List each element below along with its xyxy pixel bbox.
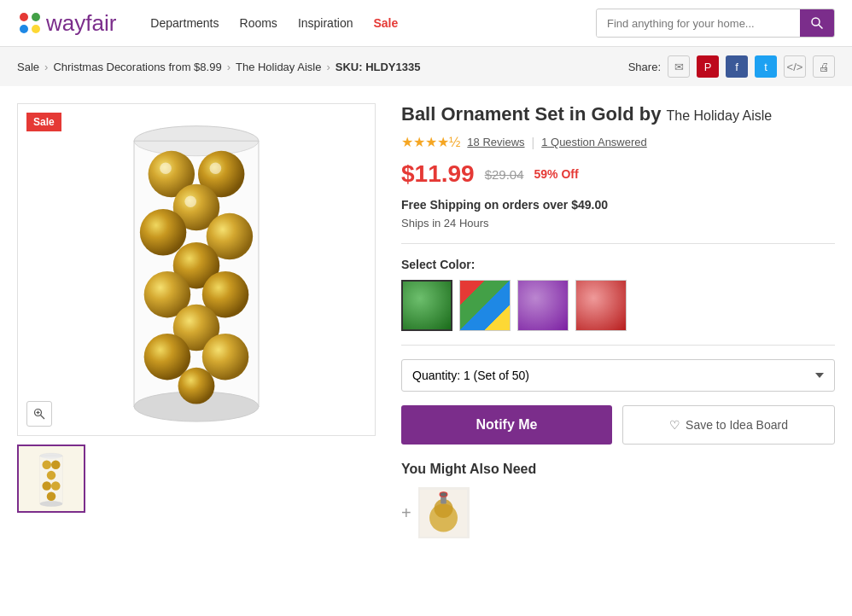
breadcrumb-sale[interactable]: Sale [17,61,39,73]
svg-point-35 [51,481,61,491]
search-bar [596,9,835,38]
breadcrumb-bar: Sale › Christmas Decorations from $8.99 … [0,47,852,86]
rating-separator: | [532,136,535,149]
svg-point-32 [51,460,61,469]
product-title: Ball Ornament Set in Gold by The Holiday… [401,103,835,125]
share-email-button[interactable]: ✉ [668,55,690,78]
review-count-link[interactable]: 18 Reviews [467,136,524,148]
logo-text: wayfair [46,10,116,37]
logo[interactable]: wayfair [17,10,116,37]
questions-link[interactable]: 1 Question Answered [541,136,647,148]
breadcrumb-christmas[interactable]: Christmas Decorations from $8.99 [53,61,221,73]
by-label: by [639,103,667,125]
quantity-select[interactable]: Quantity: 1 (Set of 50) Quantity: 2 (Set… [401,359,835,392]
also-need-items: + [401,487,835,538]
main-content: Sale [0,86,852,555]
share-twitter-button[interactable]: t [755,55,777,78]
svg-point-34 [42,481,51,491]
save-to-idea-board-button[interactable]: ♡ Save to Idea Board [622,405,835,445]
product-brand[interactable]: The Holiday Aisle [667,108,773,123]
zoom-button[interactable] [26,401,52,427]
breadcrumb: Sale › Christmas Decorations from $8.99 … [17,61,420,73]
share-label: Share: [628,61,661,73]
product-image-section: Sale [17,103,376,538]
divider-1 [401,243,835,244]
thumbnail-row [17,445,376,513]
thumbnail-1[interactable] [17,445,85,513]
color-swatches [401,280,835,331]
price-row: $11.99 $29.04 59% Off [401,160,835,188]
share-pinterest-button[interactable]: P [697,55,719,78]
sale-price: $11.99 [401,160,475,188]
notify-me-button[interactable]: Notify Me [401,405,612,445]
svg-point-3 [32,25,40,33]
color-swatch-purple[interactable] [517,280,569,331]
color-swatch-red[interactable] [575,280,627,331]
original-price: $29.04 [485,167,524,182]
main-nav: Departments Rooms Inspiration Sale [150,16,579,30]
svg-point-2 [20,25,28,33]
color-swatch-multicolor[interactable] [459,280,511,331]
product-details: Ball Ornament Set in Gold by The Holiday… [401,103,835,538]
product-title-text: Ball Ornament Set in Gold [401,103,634,125]
quantity-row: Quantity: 1 (Set of 50) Quantity: 2 (Set… [401,359,835,392]
breadcrumb-sep-3: › [326,61,330,73]
color-swatch-green[interactable] [401,280,452,331]
svg-point-31 [42,460,51,469]
share-print-button[interactable]: 🖨 [813,55,835,78]
svg-point-41 [440,491,447,497]
svg-line-5 [819,25,823,29]
svg-line-25 [41,416,45,420]
shipping-info: Free Shipping on orders over $49.00 [401,198,835,212]
svg-point-4 [812,18,820,26]
main-image-wrapper: Sale [17,103,376,436]
search-input[interactable] [597,10,800,37]
ships-info: Ships in 24 Hours [401,217,835,230]
header: wayfair Departments Rooms Inspiration Sa… [0,0,852,47]
heart-icon: ♡ [669,418,680,432]
free-shipping-label: Free Shipping on orders over $49.00 [401,198,608,212]
sale-badge: Sale [26,113,61,131]
breadcrumb-sep-1: › [44,61,48,73]
action-row: Notify Me ♡ Save to Idea Board [401,405,835,445]
discount-badge: 59% Off [534,167,579,181]
svg-point-1 [32,13,40,21]
svg-point-0 [20,13,28,21]
nav-rooms[interactable]: Rooms [240,16,277,30]
search-icon [810,16,824,30]
share-embed-button[interactable]: </> [784,55,806,78]
svg-point-36 [47,491,56,501]
zoom-icon [33,408,45,420]
svg-point-22 [210,162,222,174]
search-button[interactable] [800,9,834,37]
svg-point-23 [184,195,196,207]
svg-point-33 [47,470,56,479]
breadcrumb-sku: SKU: HLDY1335 [336,61,421,73]
svg-point-30 [40,501,62,506]
breadcrumb-sep-2: › [227,61,231,73]
divider-2 [401,345,835,346]
nav-inspiration[interactable]: Inspiration [298,16,353,30]
product-image [111,116,282,423]
also-need-heading: You Might Also Need [401,462,835,477]
also-need-plus: + [401,503,411,523]
idea-board-label: Save to Idea Board [686,418,788,432]
svg-point-21 [160,162,172,174]
breadcrumb-brand[interactable]: The Holiday Aisle [236,61,321,73]
rating-stars: ★★★★½ [401,134,460,150]
share-area: Share: ✉ P f t </> 🖨 [628,55,835,78]
also-need-item-1[interactable] [418,487,470,538]
share-facebook-button[interactable]: f [726,55,748,78]
color-select-label: Select Color: [401,258,835,271]
rating-row: ★★★★½ 18 Reviews | 1 Question Answered [401,134,835,150]
nav-sale[interactable]: Sale [373,16,398,30]
svg-point-12 [140,209,186,255]
nav-departments[interactable]: Departments [150,16,219,30]
svg-point-20 [178,368,215,404]
